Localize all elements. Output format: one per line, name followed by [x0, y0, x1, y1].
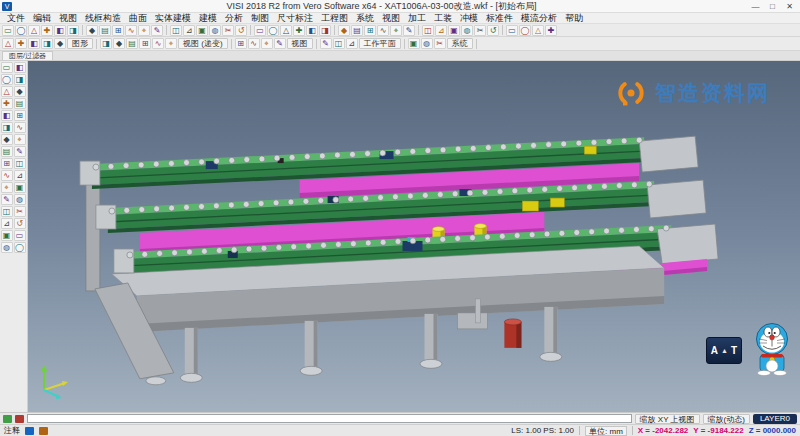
- toolbar-group-label-3[interactable]: 工作平面: [359, 38, 401, 49]
- move-icon[interactable]: ⊿: [435, 25, 447, 36]
- boolean-subtract-icon[interactable]: ✎: [14, 146, 26, 157]
- arc-icon[interactable]: ◧: [1, 110, 13, 121]
- menu-尺寸标注[interactable]: 尺寸标注: [273, 13, 317, 24]
- menu-文件[interactable]: 文件: [3, 13, 29, 24]
- view-back-icon[interactable]: ∿: [152, 38, 164, 49]
- menu-加工[interactable]: 加工: [404, 13, 430, 24]
- workplane-3points-icon[interactable]: ◫: [333, 38, 345, 49]
- redo-icon[interactable]: ◆: [86, 25, 98, 36]
- menu-实体建模[interactable]: 实体建模: [151, 13, 195, 24]
- line-icon[interactable]: ◨: [319, 25, 331, 36]
- new-icon[interactable]: ▭: [2, 25, 14, 36]
- chamfer-icon[interactable]: ◯: [519, 25, 531, 36]
- attributes-icon[interactable]: ◧: [28, 38, 40, 49]
- point-icon[interactable]: ◧: [306, 25, 318, 36]
- pan-icon[interactable]: ✂: [222, 25, 234, 36]
- feature-icon[interactable]: ◍: [14, 194, 26, 205]
- zoom-fit-icon[interactable]: ◍: [209, 25, 221, 36]
- macro-icon[interactable]: ✂: [434, 38, 446, 49]
- layer-manager-icon[interactable]: ◯: [14, 242, 26, 253]
- view-mode-button[interactable]: 缩放 XY 上视图: [635, 414, 700, 424]
- snap-icon[interactable]: [39, 427, 48, 435]
- hide-icon[interactable]: △: [280, 25, 292, 36]
- cut-icon[interactable]: ▤: [99, 25, 111, 36]
- render-icon[interactable]: ▭: [14, 230, 26, 241]
- close-button[interactable]: ✕: [781, 2, 798, 11]
- menu-视图[interactable]: 视图: [378, 13, 404, 24]
- calculator-icon[interactable]: ◍: [421, 38, 433, 49]
- undo-icon[interactable]: ◨: [67, 25, 79, 36]
- active-layer-badge[interactable]: LAYER0: [753, 414, 797, 424]
- menu-工装[interactable]: 工装: [430, 13, 456, 24]
- view-side-icon[interactable]: ⊞: [139, 38, 151, 49]
- save-icon[interactable]: △: [28, 25, 40, 36]
- line-icon[interactable]: △: [1, 86, 13, 97]
- select-all-icon[interactable]: ✎: [151, 25, 163, 36]
- mirror-icon[interactable]: ∿: [1, 170, 13, 181]
- copy-icon[interactable]: ⊞: [112, 25, 124, 36]
- menu-编辑[interactable]: 编辑: [29, 13, 55, 24]
- ellipse-icon[interactable]: ◆: [1, 134, 13, 145]
- move-icon[interactable]: ⌖: [1, 182, 13, 193]
- note-icon[interactable]: [25, 427, 34, 435]
- print-icon[interactable]: ✚: [41, 25, 53, 36]
- view-top-icon[interactable]: ◆: [113, 38, 125, 49]
- trim-icon[interactable]: ✂: [474, 25, 486, 36]
- workplane-standard-icon[interactable]: ✎: [320, 38, 332, 49]
- toolbar-group-label-0[interactable]: 图形: [67, 38, 93, 49]
- menu-视图[interactable]: 视图: [55, 13, 81, 24]
- menu-制图[interactable]: 制图: [247, 13, 273, 24]
- menu-线框构造[interactable]: 线框构造: [81, 13, 125, 24]
- section-icon[interactable]: ↺: [14, 218, 26, 229]
- layers-icon[interactable]: ✚: [293, 25, 305, 36]
- layers-filter-tab[interactable]: 图层/过滤器: [2, 51, 53, 60]
- curve-offset-icon[interactable]: ⊞: [1, 158, 13, 169]
- circle-icon[interactable]: ⊞: [364, 25, 376, 36]
- spline-icon[interactable]: ⌖: [390, 25, 402, 36]
- extrude-icon[interactable]: ⊞: [14, 110, 26, 121]
- view-front-icon[interactable]: ▤: [126, 38, 138, 49]
- shell-icon[interactable]: ◫: [14, 158, 26, 169]
- settings-icon[interactable]: ▣: [408, 38, 420, 49]
- fillet-icon[interactable]: ▭: [506, 25, 518, 36]
- extend-icon[interactable]: ↺: [487, 25, 499, 36]
- mirror-icon[interactable]: ◫: [422, 25, 434, 36]
- units-readout[interactable]: 单位: mm: [585, 426, 627, 436]
- offset-icon[interactable]: ✎: [403, 25, 415, 36]
- loft-surface-icon[interactable]: ◆: [14, 86, 26, 97]
- view-rotate-icon[interactable]: ⌖: [165, 38, 177, 49]
- rectangle-icon[interactable]: ∿: [377, 25, 389, 36]
- minimize-button[interactable]: —: [747, 2, 764, 11]
- zoom-extents-icon[interactable]: ⌖: [261, 38, 273, 49]
- group-icon[interactable]: ◨: [41, 38, 53, 49]
- menu-冲模[interactable]: 冲模: [456, 13, 482, 24]
- view-cube[interactable]: A ▲ T: [706, 337, 742, 364]
- sweep-surface-icon[interactable]: ▤: [14, 98, 26, 109]
- cad-model-conveyor[interactable]: [28, 61, 799, 412]
- rotate-icon[interactable]: ▣: [448, 25, 460, 36]
- stop-command-icon[interactable]: [15, 415, 24, 423]
- toolbar-group-label-2[interactable]: 视图: [287, 38, 313, 49]
- arc-icon[interactable]: ▤: [351, 25, 363, 36]
- quick-select-icon[interactable]: ✚: [15, 38, 27, 49]
- dimension-icon[interactable]: ✚: [545, 25, 557, 36]
- select-icon[interactable]: ▭: [1, 62, 13, 73]
- paste-icon[interactable]: ∿: [125, 25, 137, 36]
- trim-icon[interactable]: ▣: [1, 230, 13, 241]
- rotate-view-icon[interactable]: ↺: [235, 25, 247, 36]
- rotate-icon[interactable]: ✎: [1, 194, 13, 205]
- maximize-button[interactable]: □: [764, 2, 781, 11]
- polyline-icon[interactable]: ✚: [1, 98, 13, 109]
- circle-icon[interactable]: ◨: [1, 122, 13, 133]
- boolean-union-icon[interactable]: ⌖: [14, 134, 26, 145]
- menu-帮助[interactable]: 帮助: [561, 13, 587, 24]
- shade-mode-icon[interactable]: ▭: [254, 25, 266, 36]
- spline-icon[interactable]: ▤: [1, 146, 13, 157]
- scale-icon[interactable]: ◍: [461, 25, 473, 36]
- toolbar-group-label-1[interactable]: 视图 (递变): [178, 38, 228, 49]
- workplane-icon[interactable]: ◧: [14, 62, 26, 73]
- hole-icon[interactable]: ⊿: [14, 170, 26, 181]
- zoom-out-icon[interactable]: ⊿: [183, 25, 195, 36]
- revolve-icon[interactable]: ∿: [14, 122, 26, 133]
- entity-filter-icon[interactable]: △: [2, 38, 14, 49]
